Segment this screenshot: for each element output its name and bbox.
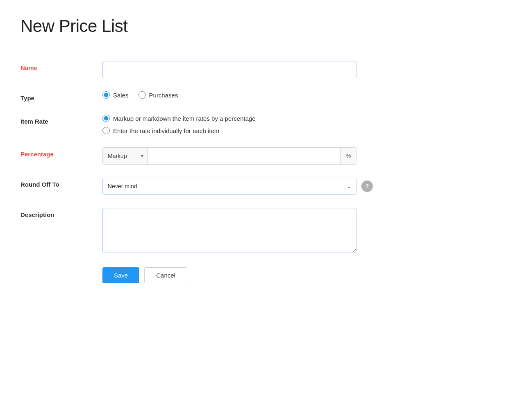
percentage-field: Markup Markdown ▾ % — [102, 147, 414, 165]
item-rate-markup-option: Markup or markdown the item rates by a p… — [102, 115, 414, 122]
item-rate-label: Item Rate — [20, 115, 102, 125]
description-textarea[interactable] — [102, 208, 356, 253]
description-row: Description — [20, 208, 414, 254]
name-row: Name — [20, 61, 414, 78]
markup-select-wrapper: Markup Markdown ▾ — [102, 147, 148, 165]
percentage-input[interactable] — [148, 147, 340, 165]
item-rate-markup-radio[interactable] — [102, 115, 110, 122]
button-row: Save Cancel — [102, 267, 414, 283]
type-purchases-option: Purchases — [138, 91, 178, 99]
type-row: Type Sales Purchases — [20, 91, 414, 102]
round-off-field: Never mind 0.5 1 5 10 ⌄ ? — [102, 178, 414, 195]
type-label: Type — [20, 91, 102, 102]
percentage-label: Percentage — [20, 147, 102, 158]
round-off-select[interactable]: Never mind 0.5 1 5 10 — [102, 178, 356, 195]
item-rate-radio-group: Markup or markdown the item rates by a p… — [102, 115, 414, 134]
item-rate-row: Item Rate Markup or markdown the item ra… — [20, 115, 414, 134]
type-purchases-label[interactable]: Purchases — [149, 92, 178, 99]
name-input[interactable] — [102, 61, 356, 78]
name-label: Name — [20, 61, 102, 71]
item-rate-individual-radio[interactable] — [102, 127, 110, 134]
round-off-row: Round Off To Never mind 0.5 1 5 10 ⌄ ? — [20, 178, 414, 195]
description-field — [102, 208, 414, 254]
help-icon[interactable]: ? — [361, 181, 373, 192]
round-off-wrapper: Never mind 0.5 1 5 10 ⌄ ? — [102, 178, 414, 195]
markup-select[interactable]: Markup Markdown — [102, 147, 148, 165]
description-label: Description — [20, 208, 102, 218]
type-sales-label[interactable]: Sales — [113, 92, 129, 99]
percentage-wrapper: Markup Markdown ▾ % — [102, 147, 356, 165]
item-rate-markup-label[interactable]: Markup or markdown the item rates by a p… — [113, 115, 256, 122]
name-field — [102, 61, 414, 78]
round-off-label: Round Off To — [20, 178, 102, 188]
page-container: New Price List Name Type Sales P — [0, 0, 513, 420]
type-sales-radio[interactable] — [102, 91, 110, 99]
item-rate-individual-option: Enter the rate individually for each ite… — [102, 127, 414, 134]
item-rate-field: Markup or markdown the item rates by a p… — [102, 115, 414, 134]
cancel-button[interactable]: Cancel — [144, 267, 187, 283]
round-off-select-wrapper: Never mind 0.5 1 5 10 ⌄ — [102, 178, 356, 195]
type-sales-option: Sales — [102, 91, 129, 99]
percent-symbol: % — [340, 147, 356, 165]
divider — [20, 46, 493, 46]
form-container: Name Type Sales Purchases — [20, 61, 414, 283]
type-radio-group: Sales Purchases — [102, 91, 414, 99]
page-title: New Price List — [20, 16, 493, 36]
type-purchases-radio[interactable] — [138, 91, 146, 99]
percentage-row: Percentage Markup Markdown ▾ % — [20, 147, 414, 165]
type-field: Sales Purchases — [102, 91, 414, 99]
item-rate-individual-label[interactable]: Enter the rate individually for each ite… — [113, 127, 219, 134]
save-button[interactable]: Save — [102, 267, 139, 283]
